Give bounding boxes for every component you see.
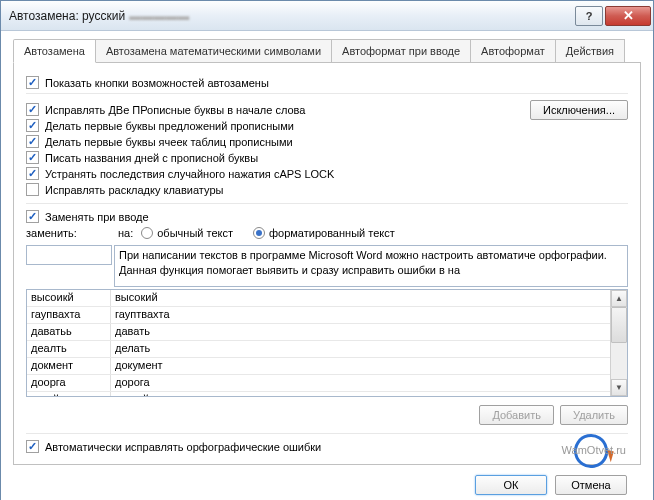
help-button[interactable]: ?: [575, 6, 603, 26]
tab-actions[interactable]: Действия: [555, 39, 625, 62]
replace-input[interactable]: [26, 245, 112, 265]
show-buttons-checkbox[interactable]: [26, 76, 39, 89]
titlebar[interactable]: Автозамена: русский▬▬▬▬▬ ? ✕: [1, 1, 653, 31]
replace-label: заменить:: [26, 227, 110, 239]
day-caps-checkbox[interactable]: [26, 151, 39, 164]
capslock-label: Устранять последствия случайного нажатия…: [45, 168, 334, 180]
dialog-title: Автозамена: русский▬▬▬▬▬: [9, 9, 573, 23]
tab-autoformat[interactable]: Автоформат: [470, 39, 556, 62]
tab-autoformat-typing[interactable]: Автоформат при вводе: [331, 39, 471, 62]
scroll-thumb[interactable]: [611, 307, 627, 343]
list-item: другйодругой: [27, 392, 610, 396]
dialog-window: Автозамена: русский▬▬▬▬▬ ? ✕ Автозамена …: [0, 0, 654, 500]
list-item: даватььдавать: [27, 324, 610, 341]
replace-on-type-checkbox[interactable]: [26, 210, 39, 223]
with-label: на:: [118, 227, 133, 239]
ok-button[interactable]: ОК: [475, 475, 547, 495]
with-preview: При написании текстов в программе Micros…: [114, 245, 628, 287]
formatted-text-radio[interactable]: форматированный текст: [253, 227, 395, 239]
keyboard-layout-label: Исправлять раскладку клавиатуры: [45, 184, 223, 196]
tab-panel: Показать кнопки возможностей автозамены …: [13, 63, 641, 465]
two-initials-label: Исправлять ДВе ПРописные буквы в начале …: [45, 104, 305, 116]
list-item: дооргадорога: [27, 375, 610, 392]
list-item: высоикйвысокий: [27, 290, 610, 307]
tab-strip: Автозамена Автозамена математическими си…: [13, 39, 641, 63]
add-button[interactable]: Добавить: [479, 405, 554, 425]
delete-button[interactable]: Удалить: [560, 405, 628, 425]
list-item: докментдокумент: [27, 358, 610, 375]
exceptions-button[interactable]: Исключения...: [530, 100, 628, 120]
replace-on-type-label: Заменять при вводе: [45, 211, 149, 223]
autocorrect-list[interactable]: высоикйвысокий гаупвахтагауптвахта дават…: [26, 289, 628, 397]
list-item: деалтьделать: [27, 341, 610, 358]
list-scrollbar[interactable]: ▲ ▼: [610, 290, 627, 396]
cancel-button[interactable]: Отмена: [555, 475, 627, 495]
close-button[interactable]: ✕: [605, 6, 651, 26]
show-buttons-label: Показать кнопки возможностей автозамены: [45, 77, 269, 89]
two-initials-checkbox[interactable]: [26, 103, 39, 116]
sentence-caps-checkbox[interactable]: [26, 119, 39, 132]
day-caps-label: Писать названия дней с прописной буквы: [45, 152, 258, 164]
table-cell-caps-checkbox[interactable]: [26, 135, 39, 148]
capslock-checkbox[interactable]: [26, 167, 39, 180]
auto-correct-spelling-checkbox[interactable]: [26, 440, 39, 453]
auto-correct-spelling-label: Автоматически исправлять орфографические…: [45, 441, 321, 453]
keyboard-layout-checkbox[interactable]: [26, 183, 39, 196]
scroll-down-icon[interactable]: ▼: [611, 379, 627, 396]
table-cell-caps-label: Делать первые буквы ячеек таблиц прописн…: [45, 136, 293, 148]
sentence-caps-label: Делать первые буквы предложений прописны…: [45, 120, 294, 132]
scroll-up-icon[interactable]: ▲: [611, 290, 627, 307]
plain-text-radio[interactable]: обычный текст: [141, 227, 233, 239]
tab-math-autocorrect[interactable]: Автозамена математическими символами: [95, 39, 332, 62]
list-item: гаупвахтагауптвахта: [27, 307, 610, 324]
tab-autocorrect[interactable]: Автозамена: [13, 39, 96, 63]
